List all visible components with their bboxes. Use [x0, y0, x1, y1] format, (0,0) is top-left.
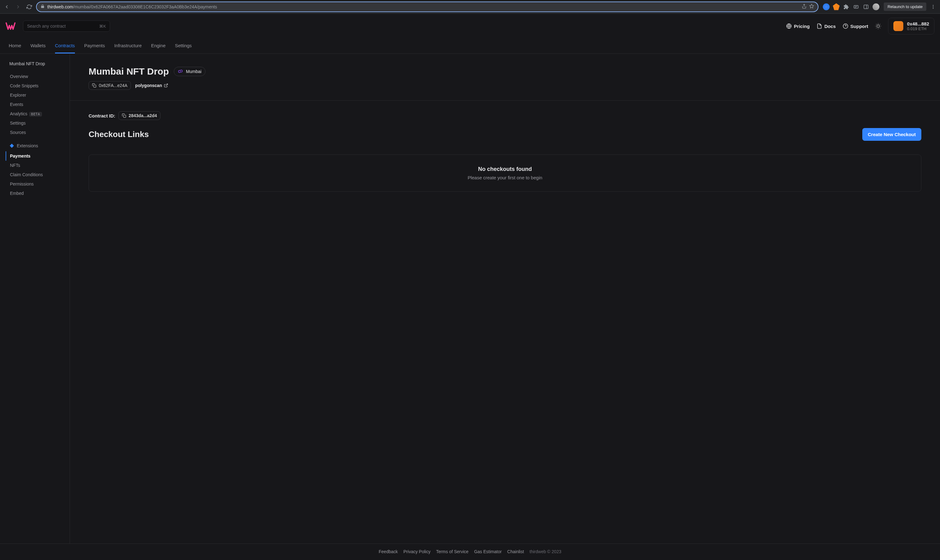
footer-copyright: thirdweb © 2023 — [530, 549, 562, 554]
nav-payments[interactable]: Payments — [84, 38, 105, 54]
svg-point-6 — [933, 6, 934, 7]
sidebar-item-claim-conditions[interactable]: Claim Conditions — [6, 170, 70, 179]
thirdweb-logo[interactable] — [6, 22, 18, 31]
nav-settings[interactable]: Settings — [175, 38, 192, 54]
main-nav: HomeWalletsContractsPaymentsInfrastructu… — [0, 38, 940, 54]
footer: FeedbackPrivacy PolicyTerms of ServiceGa… — [0, 543, 940, 559]
share-icon[interactable] — [802, 4, 807, 10]
chain-badge[interactable]: Mumbai — [174, 67, 205, 76]
sidebar-item-events[interactable]: Events — [6, 100, 70, 109]
svg-rect-3 — [864, 5, 868, 9]
sidebar-item-analytics[interactable]: AnalyticsBETA — [6, 109, 70, 118]
support-link[interactable]: Support — [843, 23, 869, 29]
svg-rect-11 — [94, 85, 96, 87]
sidebar-item-nfts[interactable]: NFTs — [6, 161, 70, 170]
sidebar-title: Mumbai NFT Drop — [9, 61, 70, 66]
relaunch-button[interactable]: Relaunch to update — [884, 3, 926, 11]
sidebar-item-settings[interactable]: Settings — [6, 118, 70, 128]
search-shortcut: ⌘K — [99, 24, 106, 29]
sidebar-item-permissions[interactable]: Permissions — [6, 179, 70, 189]
search-placeholder: Search any contract — [27, 24, 66, 29]
sidebar-item-code-snippets[interactable]: Code Snippets — [6, 81, 70, 91]
lock-icon — [40, 4, 45, 9]
extension-globe-icon[interactable] — [823, 3, 830, 10]
docs-link[interactable]: Docs — [817, 23, 836, 29]
footer-link-terms-of-service[interactable]: Terms of Service — [436, 549, 468, 554]
nav-wallets[interactable]: Wallets — [31, 38, 46, 54]
polygon-icon — [178, 69, 183, 74]
svg-point-10 — [877, 25, 879, 27]
address-bar[interactable]: thirdweb.com/mumbai/0x62FA0667A2aad03308… — [36, 2, 818, 12]
reload-icon[interactable] — [25, 3, 34, 11]
nav-infrastructure[interactable]: Infrastructure — [114, 38, 142, 54]
back-icon[interactable] — [3, 3, 11, 11]
panel-icon[interactable] — [863, 3, 869, 10]
create-checkout-button[interactable]: Create New Checkout — [862, 128, 922, 141]
nav-home[interactable]: Home — [9, 38, 21, 54]
divider — [70, 100, 940, 101]
svg-rect-0 — [854, 5, 858, 8]
copy-icon — [92, 83, 96, 88]
contract-id-chip[interactable]: 2843da...a2d4 — [118, 111, 160, 120]
sidebar-item-payments[interactable]: Payments — [6, 151, 70, 161]
app-header: Search any contract ⌘K Pricing Docs Supp… — [0, 14, 940, 38]
empty-state: No checkouts found Please create your fi… — [89, 154, 922, 192]
nav-contracts[interactable]: Contracts — [55, 38, 75, 54]
contract-address-chip[interactable]: 0x62FA...e24A — [89, 81, 131, 90]
nav-engine[interactable]: Engine — [151, 38, 166, 54]
forward-icon[interactable] — [14, 3, 22, 11]
extensions-diamond-icon — [9, 143, 14, 148]
page-title: Mumbai NFT Drop — [89, 66, 169, 77]
extension-metamask-icon[interactable] — [833, 3, 840, 10]
browser-toolbar: thirdweb.com/mumbai/0x62FA0667A2aad03308… — [0, 0, 940, 14]
wallet-address: 0x48...882 — [907, 21, 929, 26]
svg-rect-12 — [123, 115, 126, 117]
theme-toggle-icon[interactable] — [875, 23, 881, 29]
globe-icon — [786, 23, 792, 29]
empty-title: No checkouts found — [100, 166, 910, 172]
wallet-avatar-icon — [893, 21, 903, 31]
beta-badge: BETA — [29, 112, 42, 117]
footer-link-feedback[interactable]: Feedback — [378, 549, 398, 554]
footer-link-gas-estimator[interactable]: Gas Estimator — [474, 549, 502, 554]
section-title: Checkout Links — [89, 129, 149, 139]
media-control-icon[interactable] — [853, 3, 860, 10]
copy-icon — [122, 114, 126, 118]
sidebar-item-overview[interactable]: Overview — [6, 72, 70, 81]
sidebar: Mumbai NFT Drop OverviewCode SnippetsExp… — [0, 54, 70, 543]
sidebar-section-extensions: Extensions — [9, 143, 70, 148]
polygonscan-link[interactable]: polygonscan — [135, 83, 168, 88]
search-input[interactable]: Search any contract ⌘K — [23, 20, 110, 32]
wallet-button[interactable]: 0x48...882 0.019 ETH — [888, 18, 934, 34]
external-link-icon — [164, 83, 168, 88]
footer-link-privacy-policy[interactable]: Privacy Policy — [403, 549, 431, 554]
sidebar-item-sources[interactable]: Sources — [6, 128, 70, 137]
empty-subtitle: Please create your first one to begin — [100, 175, 910, 180]
main-panel: Mumbai NFT Drop Mumbai 0x62FA...e24A pol… — [70, 54, 940, 543]
bookmark-icon[interactable] — [809, 4, 814, 10]
svg-point-7 — [933, 8, 934, 9]
pricing-link[interactable]: Pricing — [786, 23, 810, 29]
contract-id-label: Contract ID: — [89, 113, 115, 118]
extensions-puzzle-icon[interactable] — [843, 3, 849, 10]
sidebar-item-embed[interactable]: Embed — [6, 189, 70, 198]
svg-point-5 — [933, 5, 934, 6]
url-domain: thirdweb.com/mumbai/0x62FA0667A2aad03308… — [47, 5, 217, 9]
extension-icons — [821, 3, 881, 10]
help-icon — [843, 23, 848, 29]
sidebar-item-explorer[interactable]: Explorer — [6, 91, 70, 100]
document-icon — [817, 23, 822, 29]
footer-link-chainlist[interactable]: Chainlist — [507, 549, 524, 554]
profile-avatar[interactable] — [872, 3, 879, 10]
wallet-balance: 0.019 ETH — [907, 26, 929, 31]
browser-menu-icon[interactable] — [929, 5, 937, 9]
